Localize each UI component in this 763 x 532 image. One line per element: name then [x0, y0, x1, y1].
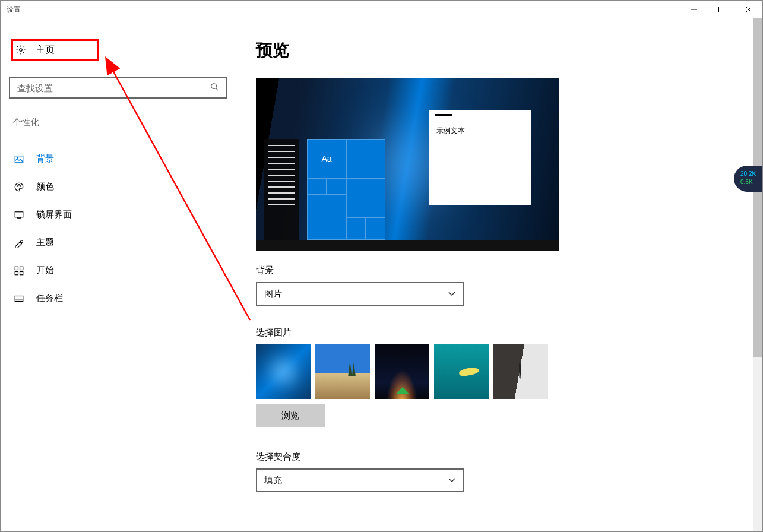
thumbnail-2[interactable]	[315, 344, 370, 399]
fit-label: 选择契合度	[256, 451, 742, 463]
palette-icon	[14, 182, 24, 192]
background-select[interactable]: 图片	[256, 282, 464, 306]
nav-label: 任务栏	[36, 293, 63, 304]
fit-select-value: 填充	[264, 475, 282, 486]
svg-rect-16	[15, 271, 18, 274]
svg-point-9	[17, 185, 18, 186]
nav-label: 主题	[36, 237, 54, 248]
svg-rect-15	[20, 267, 23, 270]
lockscreen-icon	[14, 210, 24, 220]
preview-sample-text: 示例文本	[429, 115, 531, 136]
nav-label: 开始	[36, 265, 54, 276]
image-thumbnails	[256, 344, 742, 399]
preview-tiles: Aa	[307, 139, 385, 240]
svg-point-8	[17, 157, 18, 158]
content-area: 预览 Aa 示例文本	[235, 18, 762, 531]
nav-item-themes[interactable]: 主题	[1, 229, 235, 256]
net-down: ↓0.5K	[737, 178, 760, 186]
search-box[interactable]	[9, 77, 227, 99]
preview-tile-aa: Aa	[307, 139, 346, 178]
nav-label: 颜色	[36, 181, 54, 192]
preview-window: 示例文本	[429, 110, 531, 205]
nav-label: 背景	[36, 153, 54, 164]
desktop-preview: Aa 示例文本	[256, 78, 559, 251]
close-button[interactable]	[735, 1, 762, 18]
net-up: ↑20.2K	[737, 170, 760, 178]
background-select-value: 图片	[264, 289, 282, 300]
search-input[interactable]	[17, 83, 210, 93]
svg-rect-7	[15, 156, 23, 162]
thumbnail-1[interactable]	[256, 344, 311, 399]
section-header: 个性化	[12, 117, 235, 128]
theme-icon	[14, 238, 24, 248]
scrollbar[interactable]	[753, 18, 762, 531]
preview-start-panel	[264, 139, 299, 240]
browse-button[interactable]: 浏览	[256, 404, 325, 428]
maximize-button[interactable]	[708, 1, 735, 18]
network-overlay: ↑20.2K ↓0.5K	[734, 166, 762, 192]
taskbar-icon	[14, 293, 24, 304]
svg-point-5	[211, 84, 217, 89]
page-title: 预览	[256, 39, 742, 62]
nav-item-start[interactable]: 开始	[1, 256, 235, 284]
svg-rect-18	[15, 296, 23, 301]
gear-icon	[15, 45, 26, 55]
svg-point-11	[20, 185, 21, 186]
picture-icon	[14, 154, 24, 164]
titlebar: 设置	[1, 1, 762, 18]
window-title: 设置	[7, 5, 21, 15]
nav-item-lockscreen[interactable]: 锁屏界面	[1, 201, 235, 229]
thumbnail-3[interactable]	[375, 344, 429, 399]
nav-item-colors[interactable]: 颜色	[1, 173, 235, 201]
home-label: 主页	[36, 44, 55, 56]
home-button[interactable]: 主页	[11, 39, 99, 61]
svg-rect-12	[15, 211, 23, 217]
nav-item-background[interactable]: 背景	[1, 145, 235, 173]
fit-select[interactable]: 填充	[256, 468, 464, 492]
minimize-button[interactable]	[680, 1, 708, 18]
nav-label: 锁屏界面	[36, 209, 72, 220]
svg-line-6	[216, 88, 219, 91]
thumbnail-4[interactable]	[434, 344, 489, 399]
nav-item-taskbar[interactable]: 任务栏	[1, 284, 235, 312]
svg-rect-1	[719, 7, 724, 12]
chevron-down-icon	[448, 476, 455, 486]
thumbnail-5[interactable]	[493, 344, 548, 399]
start-icon	[14, 265, 24, 276]
window-controls	[680, 1, 762, 18]
svg-rect-14	[15, 267, 18, 270]
search-icon	[210, 83, 219, 93]
background-label: 背景	[256, 265, 742, 276]
choose-image-label: 选择图片	[256, 327, 742, 338]
svg-point-4	[20, 49, 23, 52]
svg-rect-13	[18, 217, 21, 218]
sidebar: 主页 个性化 背景	[1, 18, 235, 531]
svg-rect-17	[20, 271, 23, 274]
svg-point-10	[18, 184, 20, 185]
chevron-down-icon	[448, 289, 455, 299]
